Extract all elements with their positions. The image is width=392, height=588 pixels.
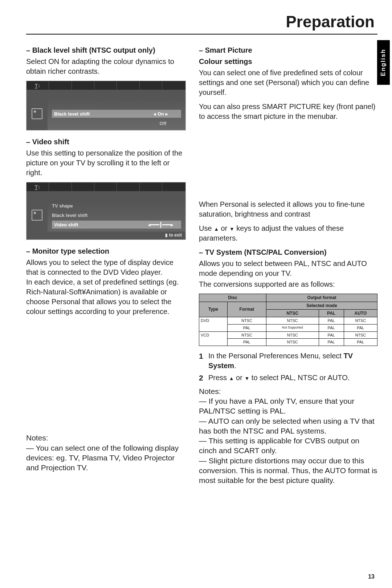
text-video-shift: Use this setting to personalize the posi…	[26, 148, 186, 178]
th-out: Output format	[266, 294, 377, 302]
osd1-val-on: ◂ On ▸	[143, 111, 179, 117]
osd-tab-icon: T̲↕	[26, 81, 49, 90]
step-2: 2 Press or to select PAL, NTSC or AUTO.	[199, 373, 377, 383]
screen-icon	[32, 210, 42, 221]
heading-black-level: – Black level shift (NTSC output only)	[26, 45, 186, 55]
notes-left: Notes: — You can select one of the follo…	[26, 433, 186, 472]
th-pal: PAL	[319, 309, 344, 317]
note-r1: — If you have a PAL only TV, ensure that…	[199, 396, 377, 416]
osd2-tab-icon: T̲↕	[26, 182, 49, 191]
page-number: 13	[368, 573, 375, 581]
note-r3: — This setting is applicable for CVBS ou…	[199, 436, 377, 456]
osd-video-shift: T̲↕ TV shape Black level shift Video shi…	[26, 182, 186, 240]
td: NTSC	[227, 331, 266, 339]
td: PAL	[227, 324, 266, 331]
td: PAL	[227, 339, 266, 346]
text-smart2: You can also press SMART PICTURE key (fr…	[199, 102, 377, 121]
td: NTSC	[227, 317, 266, 324]
subheading-colour: Colour settings	[199, 57, 377, 67]
td: PAL	[344, 339, 377, 346]
text-smart1: You can select one of five predefined se…	[199, 68, 377, 97]
td: PAL	[319, 331, 344, 339]
td: NTSC	[344, 317, 377, 324]
heading-smart: – Smart Picture	[199, 45, 377, 55]
td: VCD	[199, 331, 228, 346]
conversion-table: Disc Output format Type Format Selected …	[199, 294, 377, 346]
notes-right: Notes: — If you have a PAL only TV, ensu…	[199, 386, 377, 486]
osd2-key: Video shift	[54, 222, 143, 228]
down-arrow-icon	[229, 224, 234, 232]
notes-label: Notes:	[26, 433, 186, 443]
th-auto: AUTO	[344, 309, 377, 317]
text-monitor: Allows you to select the type of display…	[26, 258, 186, 317]
th-format: Format	[227, 302, 266, 317]
td: DVD	[199, 317, 228, 331]
osd2-slider: ◂━━━┃━━━▸	[143, 222, 179, 228]
text-tvsys1: Allows you to select between PAL, NTSC a…	[199, 259, 377, 278]
heading-tvsys: – TV System (NTSC/PAL Conversion)	[199, 247, 377, 257]
language-tab: English	[377, 40, 390, 85]
text-personal-keys: Use or keys to adjust the values of thes…	[199, 223, 377, 243]
th-ntsc: NTSC	[266, 309, 319, 317]
up-arrow-icon	[229, 374, 234, 382]
td: NTSC	[266, 317, 319, 324]
step-1: 1 In the Personal Preferences Menu, sele…	[199, 351, 377, 371]
osd2-tvshape: TV shape	[52, 203, 181, 209]
osd2-footer: ▮ to exit	[26, 231, 185, 239]
heading-monitor: – Monitor type selection	[26, 246, 186, 256]
note-r2: — AUTO can only be selected when using a…	[199, 416, 377, 436]
note-r4: — Slight picture distortions may occur d…	[199, 456, 377, 486]
left-column: – Black level shift (NTSC output only) S…	[26, 43, 186, 485]
th-type: Type	[199, 302, 228, 317]
td: PAL	[319, 339, 344, 346]
right-column: – Smart Picture Colour settings You can …	[199, 43, 377, 485]
text-personal: When Personal is selected it allows you …	[199, 200, 377, 219]
th-sel: Selected mode	[266, 302, 377, 309]
td: NTSC	[266, 339, 319, 346]
heading-video-shift: – Video shift	[26, 137, 186, 147]
screen-icon	[32, 108, 42, 119]
notes-l1: — You can select one of the following di…	[26, 443, 186, 473]
osd1-val-off: Off	[145, 120, 181, 127]
osd1-key: Black level shift	[54, 111, 143, 117]
osd-black-level: T̲↕ Black level shift◂ On ▸ Off	[26, 81, 186, 130]
text-black-level: Select ON for adapting the colour dynami…	[26, 57, 186, 76]
down-arrow-icon	[244, 374, 249, 382]
td: PAL	[319, 324, 344, 331]
td: Not Supported	[266, 324, 319, 331]
th-disc: Disc	[199, 294, 266, 302]
page-title: Preparation	[26, 11, 377, 35]
osd2-bls: Black level shift	[52, 212, 181, 219]
up-arrow-icon	[214, 224, 219, 232]
td: NTSC	[344, 331, 377, 339]
text-tvsys2: The conversions supported are as follows…	[199, 279, 377, 289]
td: PAL	[319, 317, 344, 324]
td: PAL	[344, 324, 377, 331]
notes-label: Notes:	[199, 386, 377, 396]
td: NTSC	[266, 331, 319, 339]
